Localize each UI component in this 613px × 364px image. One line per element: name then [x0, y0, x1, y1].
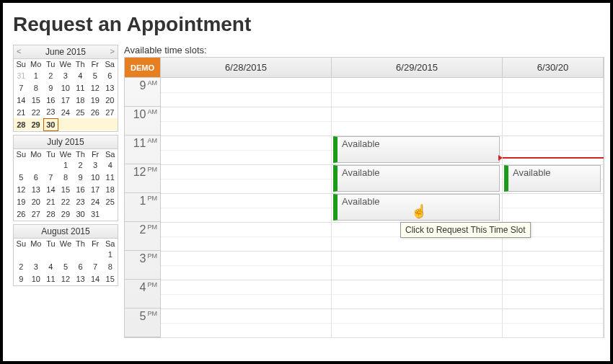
calendar-day[interactable]: 19: [14, 196, 29, 208]
calendar-day: [58, 249, 74, 261]
calendar-day[interactable]: 9: [73, 172, 88, 184]
calendar-day[interactable]: 31: [88, 208, 103, 221]
calendar-day[interactable]: 2: [73, 159, 88, 172]
calendar-day[interactable]: 1: [29, 69, 44, 81]
calendar-day[interactable]: 10: [29, 273, 44, 285]
calendar-day[interactable]: 17: [88, 184, 103, 196]
calendar-day[interactable]: 11: [102, 172, 118, 184]
calendar-day[interactable]: 5: [14, 172, 29, 184]
calendar-day[interactable]: 13: [29, 184, 44, 196]
calendar-day[interactable]: 8: [29, 81, 44, 94]
calendar-day[interactable]: 3: [29, 261, 44, 273]
calendar-day[interactable]: 2: [43, 69, 58, 81]
next-month-button[interactable]: >: [110, 47, 115, 56]
calendar-day[interactable]: 6: [29, 172, 44, 184]
calendar-day[interactable]: 14: [14, 94, 29, 106]
calendar-day[interactable]: 4: [43, 261, 58, 273]
day-column[interactable]: [503, 78, 604, 337]
calendar-day[interactable]: 16: [43, 94, 58, 106]
calendar-day[interactable]: 18: [73, 94, 88, 106]
calendar-day[interactable]: 10: [88, 172, 103, 184]
calendar-day: [73, 249, 88, 261]
calendar-day[interactable]: 30: [73, 208, 88, 221]
calendar-day[interactable]: 14: [43, 184, 58, 196]
calendar-day: [14, 159, 29, 172]
calendar-day[interactable]: 12: [58, 273, 74, 285]
calendar-day[interactable]: 3: [58, 69, 74, 81]
calendar-day[interactable]: 21: [14, 106, 29, 118]
available-slot[interactable]: Available: [504, 165, 601, 192]
calendar-day[interactable]: 5: [88, 69, 103, 81]
calendar-day[interactable]: 10: [58, 81, 74, 94]
calendar-day[interactable]: 29: [29, 118, 44, 130]
calendar-day[interactable]: 1: [58, 159, 74, 172]
available-slot[interactable]: Available: [333, 194, 500, 221]
calendar-day[interactable]: 11: [73, 81, 88, 94]
calendar-day[interactable]: 3: [88, 159, 103, 172]
calendar-day[interactable]: 4: [102, 159, 118, 172]
calendar-day: [73, 118, 88, 130]
calendar-day[interactable]: 24: [58, 106, 74, 118]
hour-label: 9AM: [125, 78, 160, 107]
calendar-day[interactable]: 8: [102, 261, 118, 273]
calendar-day[interactable]: 23: [73, 196, 88, 208]
calendar-day[interactable]: 23: [43, 106, 58, 118]
calendar-day[interactable]: 5: [58, 261, 74, 273]
calendar-day[interactable]: 9: [14, 273, 29, 285]
calendar-day[interactable]: 28: [14, 118, 29, 130]
calendar-day: [88, 118, 103, 130]
demo-badge: DEMO: [125, 58, 161, 77]
calendar-day[interactable]: 2: [14, 261, 29, 273]
hour-label: 5PM: [125, 308, 160, 337]
calendar-day[interactable]: 29: [58, 208, 74, 221]
calendar-day[interactable]: 26: [14, 208, 29, 221]
hour-label: 4PM: [125, 280, 160, 308]
calendar-day[interactable]: 31: [14, 69, 29, 81]
calendar-day[interactable]: 15: [58, 184, 74, 196]
calendar-day[interactable]: 9: [43, 81, 58, 94]
available-slot[interactable]: Available: [333, 136, 500, 163]
calendar-day[interactable]: 22: [58, 196, 74, 208]
calendar-day[interactable]: 19: [88, 94, 103, 106]
calendar-day[interactable]: 27: [29, 208, 44, 221]
mini-calendar-header: August 2015: [14, 225, 118, 239]
dow-header: Fr: [88, 59, 103, 69]
calendar-day[interactable]: 13: [102, 81, 118, 94]
calendar-day: [29, 249, 44, 261]
available-slot[interactable]: Available: [333, 165, 500, 192]
calendar-day[interactable]: 7: [14, 81, 29, 94]
calendar-day[interactable]: 27: [102, 106, 118, 118]
calendar-day[interactable]: 24: [88, 196, 103, 208]
calendar-day[interactable]: 6: [102, 69, 118, 81]
calendar-day: [29, 159, 44, 172]
calendar-day[interactable]: 17: [58, 94, 74, 106]
calendar-day[interactable]: 13: [73, 273, 88, 285]
calendar-day[interactable]: 28: [43, 208, 58, 221]
timeslot-tooltip: Click to Request This Time Slot: [400, 222, 531, 238]
mini-calendar-title: July 2015: [47, 137, 84, 147]
calendar-day[interactable]: 7: [43, 172, 58, 184]
calendar-day[interactable]: 30: [43, 118, 58, 130]
day-column[interactable]: [161, 78, 332, 337]
calendar-day[interactable]: 1: [102, 249, 118, 261]
calendar-day[interactable]: 26: [88, 106, 103, 118]
calendar-day[interactable]: 12: [14, 184, 29, 196]
calendar-day[interactable]: 11: [43, 273, 58, 285]
calendar-day[interactable]: 4: [73, 69, 88, 81]
calendar-day[interactable]: 22: [29, 106, 44, 118]
calendar-day[interactable]: 12: [88, 81, 103, 94]
calendar-day[interactable]: 15: [29, 94, 44, 106]
calendar-day[interactable]: 20: [102, 94, 118, 106]
calendar-day[interactable]: 15: [102, 273, 118, 285]
calendar-day[interactable]: 8: [58, 172, 74, 184]
calendar-day[interactable]: 14: [88, 273, 103, 285]
calendar-day[interactable]: 16: [73, 184, 88, 196]
calendar-day[interactable]: 18: [102, 184, 118, 196]
calendar-day[interactable]: 21: [43, 196, 58, 208]
calendar-day[interactable]: 20: [29, 196, 44, 208]
calendar-day[interactable]: 6: [73, 261, 88, 273]
calendar-day[interactable]: 25: [102, 196, 118, 208]
calendar-day[interactable]: 25: [73, 106, 88, 118]
calendar-day[interactable]: 7: [88, 261, 103, 273]
prev-month-button[interactable]: <: [17, 47, 21, 56]
